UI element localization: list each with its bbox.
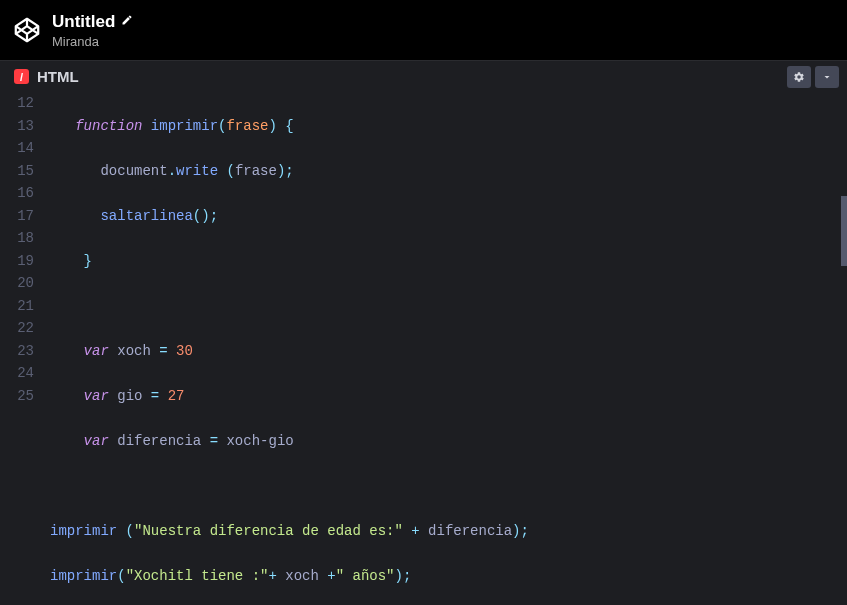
line-number: 25	[4, 385, 34, 408]
line-number: 16	[4, 182, 34, 205]
code-editor[interactable]: 12 13 14 15 16 17 18 19 20 21 22 23 24 2…	[0, 92, 847, 605]
line-number: 21	[4, 295, 34, 318]
line-number: 15	[4, 160, 34, 183]
line-number: 24	[4, 362, 34, 385]
line-number: 20	[4, 272, 34, 295]
codepen-logo[interactable]	[12, 15, 42, 45]
pen-title[interactable]: Untitled	[52, 12, 115, 32]
line-gutter: 12 13 14 15 16 17 18 19 20 21 22 23 24 2…	[0, 92, 42, 605]
line-number: 19	[4, 250, 34, 273]
editor-dropdown-button[interactable]	[815, 66, 839, 88]
line-number: 13	[4, 115, 34, 138]
html-tab-icon: /	[14, 69, 29, 84]
line-number: 23	[4, 340, 34, 363]
edit-title-icon[interactable]	[121, 14, 133, 29]
line-number: 17	[4, 205, 34, 228]
code-content[interactable]: function imprimir(frase) { document.writ…	[42, 92, 847, 605]
editor-tab-bar: / HTML	[0, 60, 847, 92]
line-number: 14	[4, 137, 34, 160]
line-number: 18	[4, 227, 34, 250]
line-number: 12	[4, 92, 34, 115]
tab-html[interactable]: / HTML	[14, 68, 79, 85]
tab-label: HTML	[37, 68, 79, 85]
app-header: Untitled Miranda	[0, 0, 847, 60]
scrollbar-indicator[interactable]	[841, 196, 847, 266]
editor-pane: / HTML 12 13 14 15 16 17 18 19 20 21 22 …	[0, 60, 847, 605]
line-number: 22	[4, 317, 34, 340]
pen-author[interactable]: Miranda	[52, 34, 133, 49]
title-block: Untitled Miranda	[52, 12, 133, 49]
editor-settings-button[interactable]	[787, 66, 811, 88]
